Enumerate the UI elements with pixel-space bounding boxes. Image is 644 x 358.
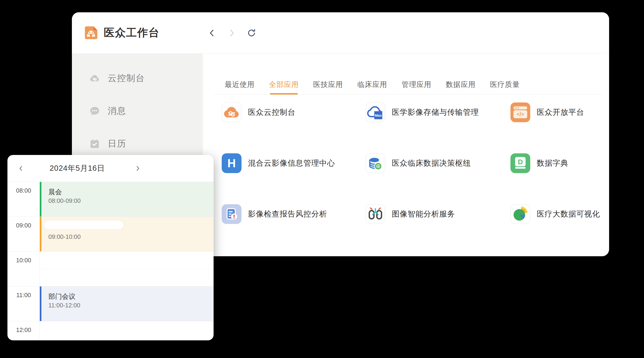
- app-image-ai-service[interactable]: 图像智能分析服务: [366, 204, 455, 224]
- event-title: 部门会议: [48, 292, 76, 301]
- app-hybrid-cloud-center[interactable]: H 混合云影像信息管理中心: [222, 153, 335, 173]
- hour-row[interactable]: 12:00: [8, 321, 214, 340]
- database-plus-icon: [366, 153, 385, 173]
- report-alert-icon: [222, 204, 242, 224]
- tab-management-apps[interactable]: 管理应用: [402, 80, 431, 94]
- event-time: 11:00-12:00: [48, 302, 80, 309]
- mas-badge-text: Mas: [375, 113, 382, 117]
- event-redacted[interactable]: 09:00-10:00: [40, 217, 214, 251]
- event-title: 晨会: [48, 187, 62, 197]
- tab-data-apps[interactable]: 数据应用: [446, 80, 476, 94]
- half-hour-line: [40, 269, 214, 269]
- pie-chart-icon: [510, 204, 530, 224]
- app-label: 医学影像存储与传输管理: [392, 107, 479, 118]
- app-label: 影像检查报告风控分析: [248, 209, 327, 219]
- app-label: 医众临床数据决策枢纽: [392, 158, 471, 169]
- sidebar-item-messages[interactable]: 消息: [72, 95, 203, 127]
- calendar-header: 2024年5月16日: [8, 155, 214, 182]
- event-color-bar: [40, 217, 42, 251]
- event-time: 08:00-09:00: [48, 197, 81, 204]
- event-time: 09:00-10:00: [48, 233, 81, 240]
- app-clinical-data-hub[interactable]: 医众临床数据决策枢纽: [366, 153, 471, 173]
- event-morning-meeting[interactable]: 晨会 08:00-09:00: [40, 182, 214, 216]
- blue-cloud-mas-icon: Mas: [366, 102, 385, 122]
- h-glyph: H: [227, 157, 236, 170]
- app-data-dictionary[interactable]: D 数据字典: [510, 153, 568, 173]
- time-label: 09:00: [8, 217, 40, 234]
- sidebar-item-label: 云控制台: [108, 72, 145, 84]
- event-color-bar: [40, 286, 42, 321]
- nav-buttons: [208, 12, 256, 53]
- app-grid: 医众云控制台 Mas 医学影像存储与传输管理 </>: [222, 102, 603, 256]
- app-image-storage[interactable]: Mas 医学影像存储与传输管理: [366, 102, 479, 122]
- event-color-bar: [40, 182, 42, 216]
- orange-code-window-icon: </>: [510, 102, 530, 122]
- app-open-platform[interactable]: </> 医众开放平台: [510, 102, 584, 122]
- app-title: 医众工作台: [104, 25, 160, 40]
- app-label: 图像智能分析服务: [392, 209, 455, 219]
- app-cloud-console[interactable]: 医众云控制台: [222, 102, 296, 122]
- back-button[interactable]: [208, 28, 216, 37]
- code-glyph: </>: [517, 111, 524, 117]
- calendar-date: 2024年5月16日: [34, 155, 120, 182]
- event-title-redacted: [44, 221, 123, 229]
- calendar-check-icon: [89, 138, 100, 149]
- time-label: 08:00: [8, 182, 40, 199]
- time-label: 12:00: [8, 321, 40, 339]
- hour-row[interactable]: 10:00: [8, 251, 214, 286]
- app-label: 混合云影像信息管理中心: [248, 158, 335, 169]
- tab-recent[interactable]: 最近使用: [225, 80, 254, 94]
- sidebar-item-cloud-console[interactable]: 云控制台: [72, 62, 203, 95]
- lungs-icon: [366, 204, 385, 224]
- app-label: 医众开放平台: [537, 107, 584, 118]
- d-glyph: D: [518, 158, 523, 166]
- tab-clinical-apps[interactable]: 临床应用: [357, 80, 387, 94]
- refresh-button[interactable]: [247, 28, 256, 37]
- forward-button[interactable]: [227, 28, 236, 37]
- calendar-popup: 2024年5月16日 08:00 09:00 10:00 11:00 12:00…: [8, 155, 214, 340]
- tab-bar: 最近使用 全部应用 医技应用 临床应用 管理应用 数据应用 医疗质量: [214, 54, 602, 94]
- app-report-risk-analysis[interactable]: 影像检查报告风控分析: [222, 204, 327, 224]
- tab-all-apps[interactable]: 全部应用: [269, 80, 299, 94]
- app-big-data-visualization[interactable]: 医疗大数据可视化: [510, 204, 600, 224]
- orange-cloud-sliders-icon: [222, 102, 242, 122]
- cloud-settings-icon: [89, 73, 100, 84]
- app-label: 医众云控制台: [248, 107, 296, 118]
- window-header: 医众工作台: [72, 12, 609, 53]
- time-label: 11:00: [8, 286, 40, 304]
- tab-medtech-apps[interactable]: 医技应用: [313, 80, 343, 94]
- green-dictionary-icon: D: [510, 153, 530, 173]
- sidebar-item-label: 日历: [108, 138, 126, 150]
- message-bubble-icon: [89, 105, 100, 117]
- sidebar-item-label: 消息: [108, 105, 126, 117]
- app-label: 数据字典: [537, 158, 568, 169]
- next-day-button[interactable]: [131, 155, 145, 182]
- time-label: 10:00: [8, 252, 40, 269]
- app-logo-icon: [83, 25, 99, 40]
- calendar-day-view: 08:00 09:00 10:00 11:00 12:00 晨会 08:00-0…: [8, 182, 214, 340]
- blue-h-tile-icon: H: [222, 153, 242, 173]
- tab-quality[interactable]: 医疗质量: [490, 80, 520, 94]
- event-department-meeting[interactable]: 部门会议 11:00-12:00: [40, 286, 214, 321]
- prev-day-button[interactable]: [14, 155, 28, 182]
- app-label: 医疗大数据可视化: [537, 209, 600, 219]
